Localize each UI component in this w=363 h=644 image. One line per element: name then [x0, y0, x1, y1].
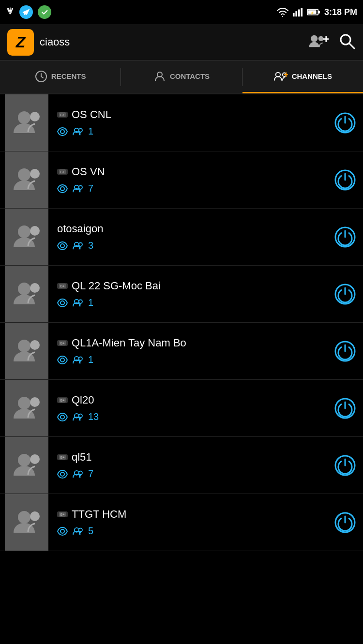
channel-member-count: 7: [88, 468, 93, 479]
members-icon: [73, 127, 83, 136]
channel-item[interactable]: G+ql51 7: [0, 437, 363, 494]
wifi-icon: [277, 7, 288, 17]
members-icon: [73, 413, 83, 421]
svg-point-28: [60, 130, 64, 134]
channel-list: G+OS CNL 1 G+OS VN 7: [0, 94, 363, 551]
channel-name: G+Ql20: [57, 394, 332, 406]
add-group-button[interactable]: [307, 32, 329, 52]
channel-power-button[interactable]: [332, 509, 358, 536]
svg-text:G+: G+: [60, 456, 65, 459]
channel-tag-badge: G+: [57, 454, 68, 460]
channel-name: G+QL 22 SG-Moc Bai: [57, 280, 332, 292]
svg-point-47: [30, 283, 40, 293]
subscribe-icon: [57, 184, 68, 193]
svg-point-44: [79, 242, 82, 246]
svg-point-24: [18, 111, 30, 124]
channel-item[interactable]: G+Ql20 13: [0, 380, 363, 437]
channel-item[interactable]: G+TTGT HCM 5: [0, 494, 363, 551]
svg-point-84: [79, 528, 82, 531]
subscribe-icon: [57, 299, 68, 307]
subscribe-icon: [57, 127, 68, 136]
svg-point-50: [60, 301, 64, 305]
channel-power-button[interactable]: [332, 109, 358, 136]
channel-power-button[interactable]: [332, 338, 358, 364]
channel-member-count: 1: [88, 126, 93, 137]
svg-point-74: [60, 472, 64, 476]
channel-meta: 1: [57, 354, 332, 365]
svg-point-58: [60, 358, 64, 362]
subscribe-icon: [57, 356, 68, 364]
channel-item[interactable]: G+OS CNL 1: [0, 94, 363, 151]
channel-power-button[interactable]: [332, 452, 358, 479]
members-icon: [73, 184, 83, 193]
svg-rect-7: [301, 8, 302, 16]
subscribe-icon: [57, 470, 68, 479]
channel-power-button[interactable]: [332, 224, 358, 250]
svg-text:G+: G+: [60, 399, 65, 402]
svg-text:G+: G+: [60, 113, 65, 117]
status-icons-left: [6, 5, 51, 19]
channel-name-text: QL 22 SG-Moc Bai: [72, 280, 161, 292]
app-logo: Z: [7, 29, 34, 56]
svg-point-70: [18, 454, 30, 466]
channel-name-text: otosaigon: [57, 223, 103, 235]
svg-rect-2: [12, 8, 13, 10]
status-time: 3:18 PM: [324, 7, 357, 17]
svg-point-78: [18, 511, 30, 524]
channel-member-count: 13: [88, 411, 99, 422]
tab-contacts[interactable]: CONTACTS: [121, 60, 242, 93]
channel-power-button[interactable]: [332, 395, 358, 421]
channel-meta: 13: [57, 411, 332, 422]
channel-member-count: 5: [88, 525, 93, 537]
channel-info: G+OS CNL 1: [48, 108, 332, 137]
app-header: Z ciaoss: [0, 24, 363, 60]
channel-name: G+ql51: [57, 451, 332, 464]
channel-info: otosaigon 3: [48, 223, 332, 251]
channel-avatar: [5, 209, 48, 265]
channel-member-count: 1: [88, 354, 93, 365]
channel-power-button[interactable]: [332, 281, 358, 307]
channel-member-count: 7: [88, 183, 93, 194]
channel-tag-badge: G+: [57, 283, 68, 289]
channel-item[interactable]: G+QL 22 SG-Moc Bai 1: [0, 266, 363, 323]
channel-avatar: [5, 94, 48, 151]
svg-point-38: [79, 185, 82, 189]
signal-icon: [292, 7, 303, 17]
header-action-icons: [307, 32, 356, 52]
svg-point-36: [60, 187, 64, 191]
svg-rect-4: [293, 13, 295, 16]
search-button[interactable]: [338, 32, 356, 52]
channel-avatar: [5, 437, 48, 494]
svg-text:G+: G+: [60, 513, 65, 516]
subscribe-icon: [57, 413, 68, 421]
channel-info: G+QL1A-Mien Tay Nam Bo 1: [48, 337, 332, 365]
svg-point-55: [30, 340, 40, 350]
svg-point-32: [18, 168, 30, 181]
channel-item[interactable]: G+QL1A-Mien Tay Nam Bo 1: [0, 323, 363, 380]
svg-point-25: [30, 112, 40, 121]
tab-recents-label: RECENTS: [51, 72, 86, 80]
svg-point-76: [79, 471, 82, 474]
svg-rect-1: [7, 8, 9, 10]
channel-name-text: OS CNL: [72, 108, 111, 121]
svg-rect-5: [295, 11, 297, 16]
channel-meta: 3: [57, 240, 332, 251]
tab-recents[interactable]: RECENTS: [0, 60, 121, 93]
channel-meta: 7: [57, 468, 332, 479]
channel-meta: 7: [57, 183, 332, 194]
channel-name: G+QL1A-Mien Tay Nam Bo: [57, 337, 332, 349]
channel-item[interactable]: otosaigon 3: [0, 209, 363, 266]
svg-point-46: [18, 283, 30, 295]
channel-power-button[interactable]: [332, 166, 358, 193]
channel-tag-badge: G+: [57, 169, 68, 175]
channel-name-text: ql51: [72, 451, 92, 464]
channel-name-text: Ql20: [72, 394, 94, 406]
channel-item[interactable]: G+OS VN 7: [0, 151, 363, 209]
channel-info: G+ql51 7: [48, 451, 332, 479]
channel-member-count: 1: [88, 297, 93, 308]
svg-point-40: [18, 225, 30, 238]
channel-tag-badge: G+: [57, 397, 68, 403]
channel-info: G+Ql20 13: [48, 394, 332, 422]
tab-channels[interactable]: CHANNELS: [242, 60, 363, 93]
svg-point-12: [311, 35, 318, 42]
